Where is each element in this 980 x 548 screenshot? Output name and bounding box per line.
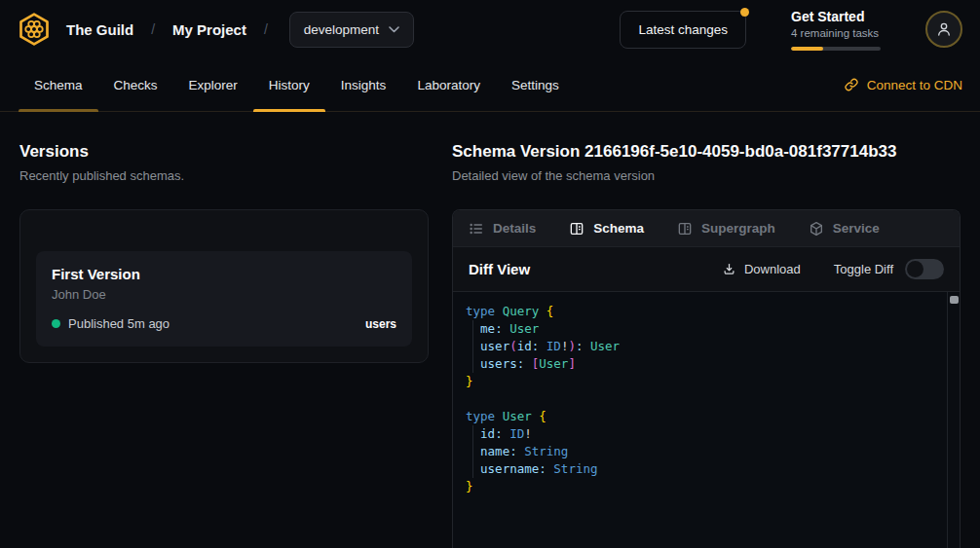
tab-label: Schema xyxy=(593,221,644,236)
version-name: First Version xyxy=(52,265,396,283)
nav-tab-history[interactable]: History xyxy=(253,58,325,111)
schema-code-area: type Query { me: User user(id: ID!): Use… xyxy=(453,292,960,548)
cube-icon xyxy=(809,221,824,237)
columns-icon xyxy=(569,221,584,237)
published-status-dot xyxy=(52,319,60,328)
versions-title: Versions xyxy=(19,141,429,163)
nav-tab-checks[interactable]: Checks xyxy=(98,58,173,111)
breadcrumb-separator: / xyxy=(151,21,155,37)
toggle-diff-switch[interactable] xyxy=(905,259,944,279)
nav-tab-explorer[interactable]: Explorer xyxy=(173,58,253,111)
tab-details[interactable]: Details xyxy=(469,221,536,237)
tab-label: Service xyxy=(833,221,880,236)
connect-to-cdn-link[interactable]: Connect to CDN xyxy=(844,58,962,111)
schema-code[interactable]: type Query { me: User user(id: ID!): Use… xyxy=(453,292,960,506)
breadcrumb-project[interactable]: My Project xyxy=(172,21,246,38)
schema-version-subtitle: Detailed view of the schema version xyxy=(452,167,961,184)
link-icon xyxy=(844,77,859,92)
breadcrumb: The Guild / My Project / xyxy=(66,21,268,38)
primary-nav: Schema Checks Explorer History Insights … xyxy=(0,58,980,112)
breadcrumb-org[interactable]: The Guild xyxy=(66,21,133,38)
get-started-progressbar xyxy=(791,47,881,51)
notification-dot xyxy=(740,8,749,17)
code-scrollbar-thumb[interactable] xyxy=(950,296,959,304)
version-service-badge: users xyxy=(365,317,396,331)
nav-tab-label: Schema xyxy=(34,78,83,92)
nav-tab-label: History xyxy=(269,78,310,92)
tab-label: Supergraph xyxy=(701,221,775,236)
get-started-title: Get Started xyxy=(791,9,881,25)
nav-tab-settings[interactable]: Settings xyxy=(496,58,575,111)
environment-dropdown[interactable]: development xyxy=(289,12,414,48)
connect-to-cdn-label: Connect to CDN xyxy=(867,78,962,92)
get-started-subtitle: 4 remaining tasks xyxy=(791,26,881,41)
diff-view-header: Diff View Download Toggle Diff xyxy=(453,247,960,292)
nav-tab-label: Settings xyxy=(511,78,559,92)
schema-detail-panel: Details Schema xyxy=(452,209,961,548)
version-list-item[interactable]: First Version John Doe Published 5m ago … xyxy=(36,251,412,347)
nav-tab-label: Insights xyxy=(341,78,387,92)
schema-detail-tabs: Details Schema xyxy=(453,210,960,247)
code-scrollbar[interactable] xyxy=(947,292,960,548)
get-started-widget[interactable]: Get Started 4 remaining tasks xyxy=(791,9,881,51)
versions-subtitle: Recently published schemas. xyxy=(19,167,429,184)
version-status-text: Published 5m ago xyxy=(68,316,170,331)
list-icon xyxy=(469,221,484,237)
schema-version-panel: Schema Version 2166196f-5e10-4059-bd0a-0… xyxy=(452,112,980,548)
app-root: The Guild / My Project / development Lat… xyxy=(0,0,980,548)
versions-list: First Version John Doe Published 5m ago … xyxy=(19,209,429,363)
user-avatar[interactable] xyxy=(925,11,962,48)
toggle-diff-label: Toggle Diff xyxy=(834,262,893,276)
schema-version-title: Schema Version 2166196f-5e10-4059-bd0a-0… xyxy=(452,141,961,163)
person-icon xyxy=(935,20,953,38)
hive-hexagon-icon xyxy=(17,12,52,47)
chevron-down-icon xyxy=(389,26,399,33)
diff-view-title: Diff View xyxy=(469,261,530,277)
diff-view-actions: Download Toggle Diff xyxy=(722,259,944,279)
tab-service[interactable]: Service xyxy=(809,221,880,237)
tab-supergraph[interactable]: Supergraph xyxy=(677,221,775,237)
download-button[interactable]: Download xyxy=(722,262,801,276)
get-started-progress-fill xyxy=(791,47,823,51)
latest-changes-button[interactable]: Latest changes xyxy=(620,11,746,49)
breadcrumb-separator: / xyxy=(264,21,268,37)
nav-tab-schema[interactable]: Schema xyxy=(19,58,98,111)
app-header: The Guild / My Project / development Lat… xyxy=(0,0,980,58)
nav-tab-label: Explorer xyxy=(189,78,238,92)
latest-changes-label: Latest changes xyxy=(638,22,728,37)
version-status-row: Published 5m ago users xyxy=(52,316,396,331)
nav-tab-label: Laboratory xyxy=(417,78,480,92)
version-author: John Doe xyxy=(52,286,396,303)
tab-schema[interactable]: Schema xyxy=(569,221,644,237)
nav-tab-laboratory[interactable]: Laboratory xyxy=(401,58,496,111)
versions-panel: Versions Recently published schemas. Fir… xyxy=(0,112,452,548)
download-icon xyxy=(722,262,736,276)
environment-dropdown-label: development xyxy=(304,22,379,37)
header-right-group: Latest changes Get Started 4 remaining t… xyxy=(620,9,962,51)
nav-tab-insights[interactable]: Insights xyxy=(325,58,402,111)
tab-label: Details xyxy=(493,221,536,236)
columns-icon xyxy=(677,221,693,237)
main-content: Versions Recently published schemas. Fir… xyxy=(0,112,980,548)
nav-tab-label: Checks xyxy=(114,78,158,92)
toggle-knob xyxy=(907,261,923,277)
download-label: Download xyxy=(744,262,801,276)
guild-logo[interactable] xyxy=(16,11,53,48)
